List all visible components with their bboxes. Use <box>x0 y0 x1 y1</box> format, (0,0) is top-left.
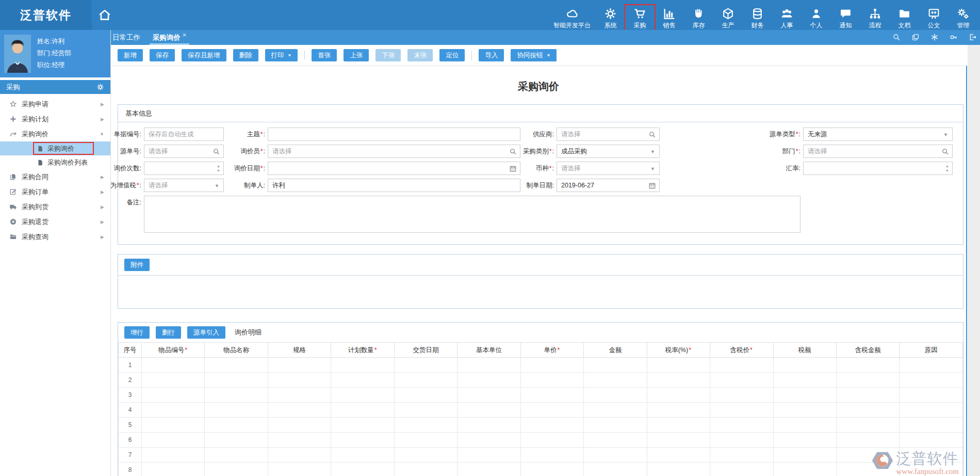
inquiry-date-field[interactable] <box>268 162 520 175</box>
spin-up-icon[interactable]: ▲ <box>945 165 949 168</box>
table-cell[interactable] <box>900 433 963 448</box>
table-cell[interactable] <box>205 433 268 448</box>
table-cell[interactable] <box>458 463 520 476</box>
table-cell[interactable] <box>647 403 710 418</box>
table-cell[interactable] <box>710 418 773 433</box>
table-cell[interactable] <box>584 448 647 463</box>
table-cell[interactable] <box>142 358 205 373</box>
top-nav-inventory[interactable]: 库存 <box>684 7 713 30</box>
table-cell[interactable] <box>520 373 583 388</box>
new-button[interactable]: 新增 <box>118 49 143 61</box>
top-nav-notice[interactable]: 通知 <box>831 7 860 30</box>
table-cell[interactable] <box>394 433 457 448</box>
table-cell[interactable] <box>836 388 899 403</box>
top-nav-docs[interactable]: 文档 <box>890 7 919 30</box>
currency-field[interactable]: 请选择▼ <box>557 162 660 175</box>
number-spinner[interactable]: ▲▼ <box>217 165 220 172</box>
table-cell[interactable] <box>584 463 647 476</box>
table-cell[interactable] <box>268 358 331 373</box>
department-field[interactable]: 请选择 <box>803 145 953 158</box>
table-cell[interactable] <box>900 403 963 418</box>
table-cell[interactable] <box>836 403 899 418</box>
table-cell[interactable] <box>773 448 836 463</box>
table-cell[interactable] <box>584 403 647 418</box>
number-spinner[interactable]: ▲▼ <box>945 165 949 172</box>
chevron-down-icon[interactable]: ▼ <box>215 183 219 188</box>
sidebar-item-inquiry[interactable]: 采购询价▼ <box>0 126 110 141</box>
sidebar-item-return[interactable]: 采购退货▶ <box>0 214 110 229</box>
tab-purchase-inquiry[interactable]: 采购询价× <box>146 30 192 45</box>
table-cell[interactable] <box>773 358 836 373</box>
gear-icon[interactable] <box>96 83 104 91</box>
table-cell[interactable] <box>520 388 583 403</box>
table-cell[interactable] <box>647 433 710 448</box>
table-cell[interactable] <box>205 418 268 433</box>
table-cell[interactable] <box>773 403 836 418</box>
top-nav-sales[interactable]: 销售 <box>655 7 684 30</box>
del-row-button[interactable]: 删行 <box>156 326 181 339</box>
top-nav-purchase[interactable]: 采购 <box>625 7 655 30</box>
import-button[interactable]: 导入 <box>479 49 504 61</box>
top-nav-finance[interactable]: 财务 <box>743 7 772 30</box>
flower-icon[interactable] <box>930 33 939 41</box>
close-icon[interactable]: × <box>183 31 186 39</box>
table-cell[interactable] <box>394 418 457 433</box>
table-cell[interactable] <box>268 463 331 476</box>
creator-field[interactable]: 许利 <box>268 179 520 192</box>
table-cell[interactable] <box>836 373 899 388</box>
create-date-field[interactable]: 2019-06-27 <box>557 179 660 192</box>
spin-down-icon[interactable]: ▼ <box>945 169 949 172</box>
table-cell[interactable] <box>142 463 205 476</box>
table-cell[interactable] <box>836 358 899 373</box>
top-nav-system[interactable]: 系统 <box>596 7 625 30</box>
table-cell[interactable] <box>520 433 583 448</box>
table-cell[interactable] <box>520 463 583 476</box>
table-cell[interactable] <box>394 448 457 463</box>
table-cell[interactable] <box>331 358 394 373</box>
attachment-button[interactable]: 附件 <box>124 259 150 271</box>
table-cell[interactable] <box>647 388 710 403</box>
top-nav-personal[interactable]: 个人 <box>802 7 831 30</box>
table-cell[interactable] <box>710 388 773 403</box>
vat-field[interactable]: 请选择▼ <box>144 179 224 192</box>
table-cell[interactable] <box>900 358 963 373</box>
table-cell[interactable] <box>458 448 520 463</box>
top-nav-hr[interactable]: 人事 <box>772 7 802 30</box>
table-cell[interactable] <box>647 358 710 373</box>
top-nav-admin[interactable]: 管理 <box>949 7 978 30</box>
table-cell[interactable] <box>710 448 773 463</box>
table-cell[interactable] <box>331 433 394 448</box>
prev-button[interactable]: 上张 <box>344 49 369 61</box>
calendar-icon[interactable] <box>509 165 517 172</box>
search-icon[interactable] <box>213 148 220 155</box>
table-cell[interactable] <box>268 373 331 388</box>
copy-icon[interactable] <box>911 33 920 41</box>
table-cell[interactable] <box>458 418 520 433</box>
table-cell[interactable] <box>458 388 520 403</box>
table-cell[interactable] <box>205 463 268 476</box>
table-cell[interactable] <box>142 448 205 463</box>
table-cell[interactable] <box>268 418 331 433</box>
table-cell[interactable] <box>773 388 836 403</box>
remark-field[interactable] <box>144 196 801 233</box>
source-import-button[interactable]: 源单引入 <box>187 326 225 339</box>
table-cell[interactable] <box>331 388 394 403</box>
table-cell[interactable] <box>142 388 205 403</box>
table-cell[interactable] <box>836 433 899 448</box>
add-row-button[interactable]: 增行 <box>124 326 150 339</box>
table-cell[interactable] <box>458 373 520 388</box>
table-cell[interactable] <box>142 373 205 388</box>
table-cell[interactable] <box>900 418 963 433</box>
table-cell[interactable] <box>647 418 710 433</box>
table-cell[interactable] <box>773 463 836 476</box>
search-icon[interactable] <box>509 148 517 155</box>
table-cell[interactable] <box>268 433 331 448</box>
scrollbar-gutter[interactable] <box>968 45 980 476</box>
table-cell[interactable] <box>710 463 773 476</box>
table-cell[interactable] <box>331 418 394 433</box>
last-button[interactable]: 末张 <box>407 49 433 61</box>
table-cell[interactable] <box>331 373 394 388</box>
table-cell[interactable] <box>268 448 331 463</box>
table-cell[interactable] <box>710 373 773 388</box>
table-cell[interactable] <box>205 448 268 463</box>
